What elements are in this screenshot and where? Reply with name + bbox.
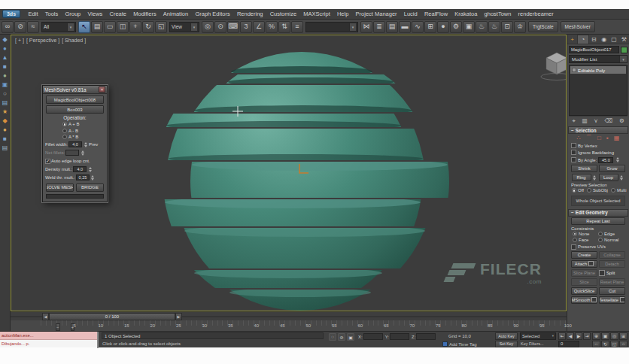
collapse-icon[interactable]: − bbox=[571, 128, 574, 133]
preview-radio[interactable]: Multi bbox=[611, 187, 627, 194]
y-coordinate-field[interactable] bbox=[390, 333, 409, 340]
edit-geometry-button[interactable]: Detach bbox=[599, 260, 625, 268]
left-toolbar-icon[interactable]: ● bbox=[3, 127, 7, 133]
spinner[interactable] bbox=[615, 156, 620, 163]
preview-radio[interactable]: SubObj bbox=[587, 187, 608, 194]
radio-icon[interactable] bbox=[573, 238, 577, 242]
maxscript-mini-listener[interactable]: actionMan.exe... Dibujando... p. bbox=[0, 332, 99, 348]
spinner[interactable] bbox=[83, 141, 88, 148]
dialog-title-bar[interactable]: MeshSolver v0.81a × bbox=[43, 86, 107, 94]
radio-icon[interactable] bbox=[572, 188, 576, 193]
listener-line-1[interactable]: actionMan.exe... bbox=[0, 332, 97, 340]
rectangular-selection-icon[interactable]: ▭ bbox=[104, 21, 116, 33]
track-bar[interactable]: − + 510152025303540455055606570758085909… bbox=[11, 320, 567, 331]
z-coordinate-field[interactable] bbox=[416, 333, 436, 340]
menu-item[interactable]: Help bbox=[333, 9, 352, 19]
menu-item[interactable]: RealFlow bbox=[421, 9, 451, 19]
tab-create[interactable]: + bbox=[567, 35, 577, 44]
left-toolbar-icon[interactable]: ■ bbox=[3, 136, 7, 142]
viewport-label-segment[interactable]: [ Shaded ] bbox=[62, 38, 86, 43]
rollout-header[interactable]: − Selection bbox=[568, 126, 628, 134]
align-icon[interactable]: ≣ bbox=[373, 21, 385, 33]
selection-filter-dropdown[interactable]: All ▾ bbox=[41, 22, 76, 32]
edit-geometry-button[interactable]: Collapse bbox=[599, 251, 625, 259]
trgtscale-button[interactable]: TrgtScale bbox=[528, 21, 558, 32]
left-toolbar-icon[interactable]: ● bbox=[3, 73, 7, 79]
left-toolbar-icon[interactable]: ▤ bbox=[2, 145, 8, 151]
select-and-manipulate-icon[interactable]: ⊙ bbox=[214, 21, 226, 33]
meshsolver-button[interactable]: MeshSolver bbox=[561, 21, 595, 32]
keyboard-override-icon[interactable]: ⌨ bbox=[227, 21, 239, 33]
mini-curve-editor-icon[interactable]: − bbox=[56, 323, 60, 331]
remove-modifier-icon[interactable]: ⌫ bbox=[605, 117, 613, 124]
modifier-list-dropdown[interactable]: Modifier List ▾ bbox=[569, 55, 627, 63]
tab-modify[interactable]: ◔ bbox=[577, 35, 588, 44]
maximize-viewport-icon[interactable]: ◱ bbox=[610, 341, 618, 348]
fillet-width-field[interactable]: 4,0 bbox=[68, 141, 82, 147]
curve-editor-icon[interactable]: ∿ bbox=[412, 21, 424, 33]
left-toolbar-icon[interactable]: ▤ bbox=[2, 100, 8, 106]
pin-stack-icon[interactable]: ⌖ bbox=[572, 117, 575, 125]
operand-b-button[interactable]: Box003 bbox=[46, 105, 104, 114]
zoom-all-icon[interactable]: ⌂ bbox=[619, 341, 627, 348]
menu-item[interactable]: renderbeamer bbox=[515, 9, 557, 19]
edit-geometry-button[interactable]: Slice Plane bbox=[571, 269, 597, 277]
menu-item[interactable]: Group bbox=[62, 9, 84, 19]
border-icon[interactable]: □ bbox=[597, 135, 601, 141]
selection-checkbox[interactable]: By Vertex bbox=[568, 142, 628, 149]
modifier-stack-item[interactable]: Editable Poly bbox=[570, 66, 626, 74]
use-pivot-center-icon[interactable]: ◎ bbox=[202, 21, 214, 33]
by-angle-field[interactable]: 45,0 bbox=[598, 157, 613, 163]
spinner[interactable] bbox=[90, 174, 96, 181]
menu-item[interactable]: Animation bbox=[160, 9, 192, 19]
schematic-view-icon[interactable]: ⊞ bbox=[424, 21, 436, 33]
show-end-result-icon[interactable]: ▥ bbox=[582, 117, 587, 124]
layer-manager-icon[interactable]: ▤ bbox=[386, 21, 398, 33]
key-set-dropdown[interactable]: Selected ▾ bbox=[520, 332, 556, 340]
select-and-rotate-icon[interactable]: ↻ bbox=[142, 21, 154, 33]
orbit-icon[interactable]: ↻ bbox=[601, 341, 609, 348]
previous-frame-icon[interactable]: ◀ bbox=[567, 332, 574, 340]
dropdown-arrow-icon[interactable]: ▾ bbox=[190, 23, 197, 31]
repeat-last-button[interactable]: Repeat Last bbox=[571, 217, 625, 225]
menu-item[interactable]: Krakatoa bbox=[451, 9, 481, 19]
menu-item[interactable]: Views bbox=[84, 9, 106, 19]
checkbox-icon[interactable]: ✓ bbox=[45, 159, 50, 164]
edge-icon[interactable]: ⌒ bbox=[586, 135, 592, 141]
make-unique-icon[interactable]: ⋎ bbox=[594, 117, 598, 124]
menu-item[interactable]: Lucid bbox=[400, 9, 421, 19]
menu-item[interactable]: MAXScript bbox=[300, 9, 334, 19]
perspective-viewport[interactable]: [ + ][ Perspective ][ Shaded ] FILECR .c… bbox=[11, 35, 567, 311]
edit-geometry-button[interactable]: Tessellate bbox=[599, 296, 625, 304]
weld-field[interactable]: 0,25 bbox=[76, 174, 90, 180]
edit-geometry-button[interactable]: QuickSlice bbox=[571, 287, 597, 295]
checkbox-icon[interactable] bbox=[571, 150, 576, 155]
left-toolbar-icon[interactable]: ▣ bbox=[2, 82, 8, 88]
object-name-field[interactable]: MagicBoolObject017 bbox=[569, 46, 619, 53]
percent-snap-icon[interactable]: % bbox=[266, 21, 278, 33]
material-editor-icon[interactable]: ● bbox=[437, 21, 449, 33]
constraint-radio[interactable]: Normal bbox=[598, 237, 624, 244]
radio-icon[interactable] bbox=[62, 122, 67, 126]
named-selection-dropdown[interactable]: ▾ bbox=[305, 22, 358, 32]
current-frame-field[interactable]: 0 bbox=[558, 341, 579, 347]
mirror-icon[interactable]: ⋈ bbox=[360, 21, 372, 33]
auto-edge-label[interactable]: Auto edge loop cnt. bbox=[51, 159, 90, 163]
asset-tracking-icon[interactable]: ♔ bbox=[514, 21, 526, 33]
bridge-button[interactable]: BRIDGE bbox=[76, 184, 104, 192]
pan-icon[interactable]: ↔ bbox=[592, 341, 600, 348]
element-icon[interactable]: ▦ bbox=[614, 135, 620, 141]
vertex-icon[interactable]: ∴ bbox=[577, 135, 581, 141]
bind-to-space-warp-icon[interactable]: ≈ bbox=[27, 21, 39, 33]
solve-mesh-button[interactable]: SOLVE MESH bbox=[46, 184, 74, 192]
tab-hierarchy[interactable]: ⊟ bbox=[589, 35, 599, 44]
spinner[interactable] bbox=[592, 174, 597, 181]
reference-coordinate-dropdown[interactable]: View ▾ bbox=[169, 22, 199, 32]
left-toolbar-icon[interactable]: ● bbox=[3, 46, 7, 52]
menu-item[interactable]: Customize bbox=[266, 9, 300, 19]
constraint-radio[interactable]: Face bbox=[573, 237, 598, 244]
dropdown-arrow-icon[interactable]: ▾ bbox=[552, 334, 554, 338]
left-toolbar-icon[interactable]: ★ bbox=[2, 109, 8, 115]
fov-icon[interactable]: ⊞ bbox=[619, 332, 627, 340]
edit-geometry-button[interactable]: Cut bbox=[599, 287, 625, 295]
